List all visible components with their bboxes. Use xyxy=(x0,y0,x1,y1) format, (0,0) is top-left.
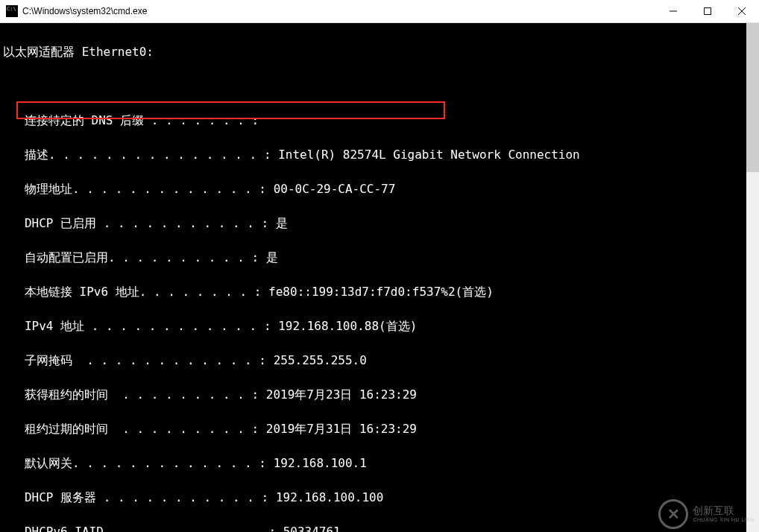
label: 本地链接 IPv6 地址. . . . . . . . : xyxy=(3,285,268,299)
label: 描述. . . . . . . . . . . . . . . : xyxy=(3,148,278,162)
value: 00-0C-29-CA-CC-77 xyxy=(274,182,396,196)
value: 2019年7月23日 16:23:29 xyxy=(266,387,417,402)
output-line: 描述. . . . . . . . . . . . . . . : Intel(… xyxy=(0,146,759,163)
value: 192.168.100.88(首选) xyxy=(278,319,417,333)
console-output[interactable]: 以太网适配器 Ethernet0: 连接特定的 DNS 后缀 . . . . .… xyxy=(0,23,759,532)
maximize-button[interactable] xyxy=(690,0,725,23)
value: 50334761 xyxy=(283,525,341,532)
svg-rect-1 xyxy=(705,8,711,15)
output-line: 自动配置已启用. . . . . . . . . . : 是 xyxy=(0,249,759,266)
value: Intel(R) 82574L Gigabit Network Connecti… xyxy=(278,148,580,162)
value: 255.255.255.0 xyxy=(274,353,367,367)
output-line: 获得租约的时间 . . . . . . . . . : 2019年7月23日 1… xyxy=(0,386,759,403)
minimize-button[interactable] xyxy=(656,0,690,23)
output-line: DHCPv6 IAID . . . . . . . . . . . : 5033… xyxy=(0,523,759,532)
label: 物理地址. . . . . . . . . . . . . : xyxy=(3,182,274,196)
titlebar[interactable]: C:\Windows\system32\cmd.exe xyxy=(0,0,759,23)
watermark-en: CHUANG XIN HU LIAN xyxy=(693,517,755,523)
value: 192.168.100.100 xyxy=(276,490,384,504)
output-line: 默认网关. . . . . . . . . . . . . : 192.168.… xyxy=(0,455,759,472)
adapter-header: 以太网适配器 Ethernet0: xyxy=(0,43,759,60)
watermark-text: 创新互联 CHUANG XIN HU LIAN xyxy=(693,505,755,522)
label: DHCPv6 IAID . . . . . . . . . . . : xyxy=(3,525,283,532)
watermark-icon: ✕ xyxy=(658,499,688,529)
window-controls xyxy=(656,0,759,23)
label: 自动配置已启用. . . . . . . . . . : xyxy=(3,250,266,265)
value: fe80::199:13d7:f7d0:f537%2(首选) xyxy=(268,285,494,299)
output-line-highlighted: 物理地址. . . . . . . . . . . . . : 00-0C-29… xyxy=(0,180,759,197)
label: IPv4 地址 . . . . . . . . . . . . : xyxy=(3,319,278,333)
value: 192.168.100.1 xyxy=(274,456,367,470)
label: DHCP 已启用 . . . . . . . . . . . : xyxy=(3,216,276,230)
output-line: 子网掩码 . . . . . . . . . . . . : 255.255.2… xyxy=(0,352,759,369)
value: 是 xyxy=(276,216,288,230)
value: 是 xyxy=(266,250,278,265)
scroll-thumb[interactable] xyxy=(746,23,759,172)
watermark-cn: 创新互联 xyxy=(693,505,755,516)
label: 默认网关. . . . . . . . . . . . . : xyxy=(3,456,274,470)
cmd-icon xyxy=(6,5,18,17)
blank-line xyxy=(0,77,759,95)
watermark: ✕ 创新互联 CHUANG XIN HU LIAN xyxy=(658,499,755,529)
label: 连接特定的 DNS 后缀 . . . . . . . : xyxy=(3,113,266,127)
label: 获得租约的时间 . . . . . . . . . : xyxy=(3,387,266,402)
window-title: C:\Windows\system32\cmd.exe xyxy=(22,6,656,16)
close-button[interactable] xyxy=(725,0,759,23)
label: DHCP 服务器 . . . . . . . . . . . : xyxy=(3,490,276,504)
label: 租约过期的时间 . . . . . . . . . : xyxy=(3,422,266,436)
label: 子网掩码 . . . . . . . . . . . . : xyxy=(3,353,274,367)
cmd-window: C:\Windows\system32\cmd.exe 以太网适配器 Ether… xyxy=(0,0,759,532)
vertical-scrollbar[interactable] xyxy=(746,23,759,532)
output-line: DHCP 服务器 . . . . . . . . . . . : 192.168… xyxy=(0,489,759,506)
value: 2019年7月31日 16:23:29 xyxy=(266,422,417,436)
output-line: 租约过期的时间 . . . . . . . . . : 2019年7月31日 1… xyxy=(0,420,759,437)
output-line: DHCP 已启用 . . . . . . . . . . . : 是 xyxy=(0,215,759,232)
output-line: 连接特定的 DNS 后缀 . . . . . . . : xyxy=(0,112,759,129)
output-line: 本地链接 IPv6 地址. . . . . . . . : fe80::199:… xyxy=(0,283,759,300)
output-line: IPv4 地址 . . . . . . . . . . . . : 192.16… xyxy=(0,317,759,335)
